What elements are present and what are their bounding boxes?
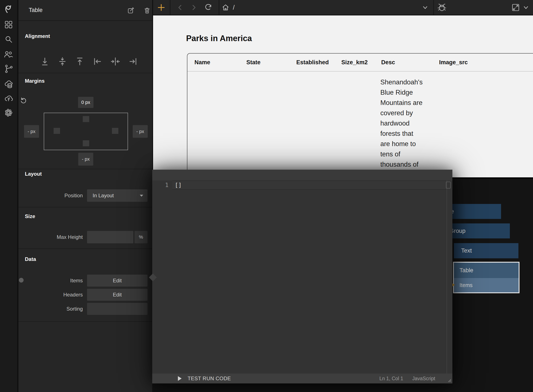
search-icon[interactable] xyxy=(4,34,14,44)
column-header-desc: Desc xyxy=(381,54,395,71)
code-editor-popup: 1 [] TEST RUN CODE Ln 1, Col 1 JavaScrip… xyxy=(152,170,452,383)
toddle-logo-icon[interactable] xyxy=(4,4,14,14)
desc-line: Mountains are xyxy=(380,98,432,108)
page-select-chevron-icon[interactable] xyxy=(422,5,429,10)
max-height-input[interactable] xyxy=(87,231,133,243)
data-sources-icon[interactable] xyxy=(4,79,14,89)
align-center-horizontal-button[interactable] xyxy=(110,56,120,67)
desc-line: covered by xyxy=(380,108,432,118)
items-edit-button[interactable]: Edit xyxy=(87,275,148,287)
position-select[interactable]: In Layout xyxy=(87,189,148,202)
layout-section-label: Layout xyxy=(25,171,42,177)
expand-preview-icon[interactable] xyxy=(511,3,520,12)
headers-edit-button[interactable]: Edit xyxy=(87,289,148,301)
settings-gear-icon[interactable] xyxy=(4,108,14,118)
headers-label: Headers xyxy=(36,289,83,301)
items-connection-dot xyxy=(19,278,24,283)
margin-left-handle[interactable] xyxy=(54,128,60,134)
sorting-input[interactable] xyxy=(87,303,148,315)
align-right-button[interactable] xyxy=(128,56,138,67)
preview-toolbar: / xyxy=(153,0,533,15)
app-root: Table Alignment Margin xyxy=(0,0,533,392)
tree-node-items[interactable]: Items xyxy=(454,278,519,292)
align-left-button[interactable] xyxy=(92,56,103,67)
rename-icon[interactable] xyxy=(127,6,135,14)
sorting-label: Sorting xyxy=(36,303,83,315)
add-icon[interactable] xyxy=(157,3,166,12)
desc-line: hardwood xyxy=(380,118,432,129)
toolbar-divider xyxy=(170,0,171,15)
size-section-label: Size xyxy=(25,213,35,219)
active-code-line[interactable]: [] xyxy=(172,180,447,190)
home-icon[interactable] xyxy=(221,3,230,12)
git-branch-icon[interactable] xyxy=(4,64,14,74)
max-height-unit[interactable]: % xyxy=(134,231,148,243)
table-header-row: Name State Established Size_km2 Desc Ima… xyxy=(187,54,533,72)
run-play-icon[interactable] xyxy=(177,376,182,381)
section-divider xyxy=(19,207,152,207)
editor-status-bar: TEST RUN CODE Ln 1, Col 1 JavaScript xyxy=(152,373,452,383)
desc-line: Blue Ridge xyxy=(380,87,432,98)
align-center-vertical-button[interactable] xyxy=(58,56,68,67)
tree-node-text[interactable]: Text xyxy=(454,243,519,258)
margin-top-handle[interactable] xyxy=(83,116,89,122)
desc-cell-text: Shenandoah's Blue Ridge Mountains are co… xyxy=(380,77,432,170)
editor-top-bar xyxy=(152,170,452,180)
tree-node-label: Items xyxy=(459,282,472,288)
align-top-button[interactable] xyxy=(75,56,85,67)
margins-section-label: Margins xyxy=(25,78,45,84)
section-divider xyxy=(19,169,152,169)
resize-grip-icon[interactable] xyxy=(447,378,451,382)
parks-table: Name State Established Size_km2 Desc Ima… xyxy=(187,53,533,177)
section-divider xyxy=(19,321,152,322)
position-value: In Layout xyxy=(87,189,148,202)
tree-node-label: Text xyxy=(461,247,472,254)
panel-header: Table xyxy=(19,0,152,21)
margin-right-value[interactable]: - px xyxy=(133,125,148,138)
cursor-position: Ln 1, Col 1 xyxy=(379,376,403,382)
test-run-code-button[interactable]: TEST RUN CODE xyxy=(188,375,231,382)
cloud-functions-icon[interactable] xyxy=(4,93,14,103)
delete-icon[interactable] xyxy=(143,6,151,14)
language-label[interactable]: JavaScript xyxy=(412,376,435,382)
desc-line: Shenandoah's xyxy=(380,77,432,87)
items-label: Items xyxy=(36,275,83,287)
desc-line: are home to xyxy=(380,139,432,149)
panel-title: Table xyxy=(29,0,43,20)
column-header-size: Size_km2 xyxy=(341,54,368,71)
tree-node-table[interactable]: Table xyxy=(454,263,519,278)
editor-right-ruler xyxy=(447,180,447,373)
debug-bug-icon[interactable] xyxy=(437,2,447,12)
alignment-section-label: Alignment xyxy=(25,33,50,39)
tree-node-label: Table xyxy=(459,267,473,274)
preview-options-chevron-icon[interactable] xyxy=(522,5,530,10)
column-header-state: State xyxy=(246,54,261,71)
margin-left-value[interactable]: - px xyxy=(24,125,39,138)
max-height-label: Max Height xyxy=(36,231,83,243)
toolbar-divider xyxy=(433,0,434,15)
preview-canvas[interactable]: Parks in America Name State Established … xyxy=(153,15,533,177)
desc-line: thousands of xyxy=(380,159,432,170)
margin-top-value[interactable]: 0 px xyxy=(78,97,94,108)
section-divider xyxy=(19,248,152,249)
users-icon[interactable] xyxy=(4,49,14,59)
code-content[interactable]: [] xyxy=(172,181,447,189)
path-segment[interactable]: / xyxy=(233,0,235,15)
margin-bottom-value[interactable]: - px xyxy=(78,153,93,166)
margin-box-diagram xyxy=(44,113,128,150)
back-icon[interactable] xyxy=(176,4,184,11)
editor-scrollbar-thumb[interactable] xyxy=(446,182,451,188)
tree-node-table-selected[interactable]: Table Items xyxy=(453,262,519,293)
margin-right-handle[interactable] xyxy=(112,128,118,134)
components-grid-icon[interactable] xyxy=(4,20,14,30)
align-bottom-button[interactable] xyxy=(40,56,50,67)
toolbar-divider xyxy=(219,0,219,15)
reset-margins-icon[interactable] xyxy=(19,96,28,105)
desc-line: forests that xyxy=(380,129,432,139)
forward-icon[interactable] xyxy=(190,4,197,11)
margin-bottom-handle[interactable] xyxy=(83,140,89,146)
page-heading: Parks in America xyxy=(186,33,252,43)
properties-panel: Table Alignment Margin xyxy=(19,0,152,392)
column-header-image: Image_src xyxy=(439,54,468,71)
refresh-icon[interactable] xyxy=(204,3,212,12)
